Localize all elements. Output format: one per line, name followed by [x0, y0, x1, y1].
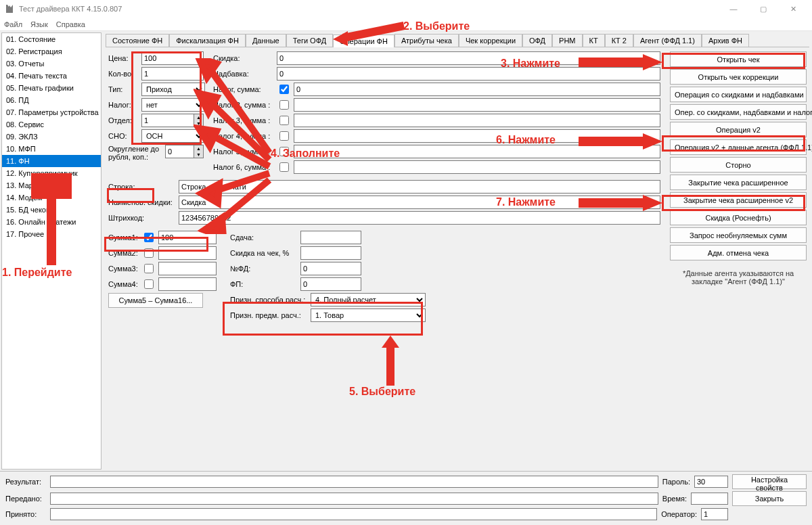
sidebar-item-16[interactable]: 17. Прочее	[2, 228, 101, 240]
close-ext-v2-button[interactable]: Закрытие чека расширенное v2	[670, 192, 807, 208]
nofd-input[interactable]	[300, 262, 361, 275]
sidebar-item-10[interactable]: 11. ФН	[2, 155, 101, 167]
tax2-input[interactable]	[294, 98, 660, 112]
discount-input[interactable]	[277, 51, 660, 65]
tax3-checkbox[interactable]	[279, 116, 289, 125]
sidebar-item-13[interactable]: 14. Модем	[2, 191, 101, 204]
tax3-label: Налог 3, сумма :	[213, 116, 274, 124]
sidebar-item-1[interactable]: 02. Регистрация	[2, 45, 101, 58]
dept-spinner[interactable]: ▲▼	[194, 114, 203, 127]
open-check-button[interactable]: Открыть чек	[670, 51, 807, 67]
tax-select[interactable]: нет	[141, 98, 205, 112]
paymethod-select[interactable]: 4. Полный расчет	[311, 293, 426, 306]
tax6-checkbox[interactable]	[279, 162, 289, 172]
oper-input[interactable]	[701, 508, 728, 520]
tax4-checkbox[interactable]	[279, 131, 289, 141]
surcharge-input[interactable]	[277, 67, 660, 81]
tax5-input[interactable]	[294, 145, 660, 158]
tab-8[interactable]: PHM	[552, 34, 582, 47]
tab-12[interactable]: Архив ФН	[702, 34, 749, 47]
op-v2-button[interactable]: Операция v2	[670, 122, 807, 137]
subj-label: Призн. предм. расч.:	[230, 311, 308, 319]
tax3-input[interactable]	[294, 114, 660, 127]
tab-0[interactable]: Состояние ФН	[106, 34, 169, 47]
sidebar-item-7[interactable]: 08. Сервис	[2, 118, 101, 131]
op-disc-tax-button[interactable]: Опер. со скидками, надбавками и налогом	[670, 104, 807, 120]
qty-input[interactable]	[141, 67, 204, 81]
maximize-button[interactable]: ▢	[748, 0, 778, 18]
adm-cancel-button[interactable]: Адм. отмена чека	[670, 245, 807, 260]
tab-2[interactable]: Данные	[246, 34, 286, 47]
sum3-input[interactable]	[158, 262, 217, 275]
sidebar-item-14[interactable]: 15. БД чеков	[2, 204, 101, 216]
qty-label: Кол-во:	[108, 70, 139, 78]
disccheck-input[interactable]	[300, 246, 361, 260]
sno-select[interactable]: ОСН	[141, 129, 205, 143]
taxsum-input[interactable]	[294, 83, 660, 96]
tab-4[interactable]: Операции ФН	[333, 35, 394, 47]
close-button[interactable]: ✕	[778, 0, 808, 18]
sum1-input[interactable]	[158, 231, 217, 244]
tab-10[interactable]: КТ 2	[605, 34, 633, 47]
time-input[interactable]	[691, 493, 728, 505]
tax4-input[interactable]	[294, 129, 660, 143]
sidebar-item-15[interactable]: 16. Онлайн платежи	[2, 216, 101, 228]
line-input[interactable]	[179, 180, 660, 193]
op-v2-agent-button[interactable]: Операция v2 + данные агента (ФФД 1.1)*	[670, 139, 807, 155]
paymethod-label: Призн. способа расч.:	[230, 296, 308, 304]
form-area: Цена: Кол-во: Тип: Приход Налог: нет Отд…	[106, 47, 663, 328]
change-input[interactable]	[300, 231, 361, 244]
sum1-checkbox[interactable]	[144, 233, 154, 242]
tax5-checkbox[interactable]	[279, 147, 289, 156]
tax2-checkbox[interactable]	[279, 100, 289, 110]
result-input[interactable]	[50, 476, 658, 488]
menu-lang[interactable]: Язык	[30, 20, 48, 28]
barcode-input[interactable]	[179, 211, 660, 225]
taxsum-checkbox[interactable]	[279, 85, 289, 94]
fp-input[interactable]	[300, 277, 361, 291]
sidebar-item-0[interactable]: 01. Состояние	[2, 33, 101, 45]
sum2-checkbox[interactable]	[144, 248, 154, 258]
discname-input[interactable]	[179, 196, 660, 209]
sidebar-item-2[interactable]: 03. Отчеты	[2, 58, 101, 70]
pass-input[interactable]	[694, 476, 728, 488]
round-spinner[interactable]: ▲▼	[194, 145, 203, 158]
tab-6[interactable]: Чек коррекции	[459, 34, 522, 47]
sidebar-item-3[interactable]: 04. Печать текста	[2, 70, 101, 82]
menu-file[interactable]: Файл	[4, 20, 22, 28]
close-ext-button[interactable]: Закрытие чека расширенное	[670, 175, 807, 190]
close-app-button[interactable]: Закрыть	[732, 491, 807, 506]
minimize-button[interactable]: —	[719, 0, 748, 18]
tab-7[interactable]: ОФД	[522, 34, 552, 47]
menu-help[interactable]: Справка	[56, 20, 85, 28]
sidebar-item-4[interactable]: 05. Печать графики	[2, 82, 101, 94]
sidebar-item-9[interactable]: 10. МФП	[2, 143, 101, 155]
sidebar-item-6[interactable]: 07. Параметры устройства	[2, 106, 101, 118]
settings-button[interactable]: Настройка свойств	[732, 474, 807, 489]
sidebar-item-11[interactable]: 12. Купюроприемник	[2, 167, 101, 179]
tax6-input[interactable]	[294, 160, 660, 174]
tab-11[interactable]: Агент (ФФД 1.1)	[633, 34, 702, 47]
op-disc-button[interactable]: Операция со скидками и надбавками	[670, 87, 807, 102]
tab-5[interactable]: Атрибуты чека	[394, 34, 459, 47]
sum3-checkbox[interactable]	[144, 264, 154, 273]
tab-3[interactable]: Теги ОФД	[286, 34, 333, 47]
sidebar-item-12[interactable]: 13. Маркировк	[2, 179, 101, 191]
storno-button[interactable]: Сторно	[670, 157, 807, 173]
recv-input[interactable]	[50, 508, 657, 520]
disc-rosneft-button[interactable]: Скидка (Роснефть)	[670, 210, 807, 225]
sent-input[interactable]	[50, 493, 658, 505]
sum4-input[interactable]	[158, 277, 217, 291]
sidebar-item-8[interactable]: 09. ЭКЛЗ	[2, 131, 101, 143]
sum5-button[interactable]: Сумма5 – Сумма16...	[108, 293, 203, 308]
req-nonzero-button[interactable]: Запрос необнуляемых сумм	[670, 227, 807, 243]
open-corr-button[interactable]: Открыть чек коррекции	[670, 69, 807, 85]
sum2-input[interactable]	[158, 246, 217, 260]
tab-9[interactable]: КТ	[583, 34, 605, 47]
sidebar-item-5[interactable]: 06. ПД	[2, 94, 101, 106]
subj-select[interactable]: 1. Товар	[311, 309, 426, 322]
price-input[interactable]	[141, 51, 204, 65]
tab-1[interactable]: Фискализация ФН	[169, 34, 246, 47]
sum4-checkbox[interactable]	[144, 279, 154, 289]
type-select[interactable]: Приход	[141, 83, 205, 96]
